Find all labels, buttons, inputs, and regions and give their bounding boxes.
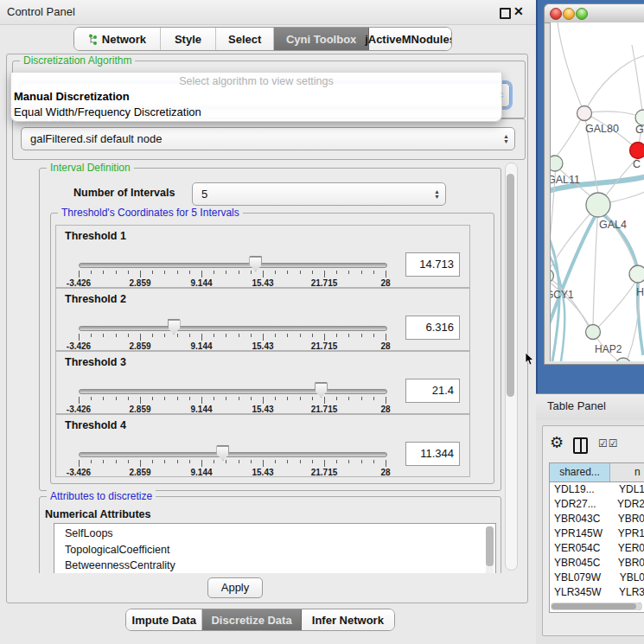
threshold-value-field[interactable]: 11.344 [405, 442, 460, 466]
tick-label: 15.43 [252, 278, 273, 288]
scrollbar-thumb[interactable] [507, 174, 514, 397]
slider-ticks [79, 271, 386, 278]
slider-handle[interactable] [315, 382, 328, 398]
node-label: GCY1 [551, 289, 574, 301]
interval-definition-title: Interval Definition [47, 162, 134, 175]
column-layout-icon[interactable] [573, 437, 588, 454]
tab-label: Impute Data [132, 614, 196, 627]
minimize-traffic-light-icon[interactable] [563, 8, 575, 20]
slider-ticks [79, 397, 386, 405]
tick-label: 2.859 [129, 405, 150, 414]
table-cell: YBL0 [613, 571, 644, 585]
column-header-name[interactable]: n [610, 463, 644, 481]
tab-network[interactable]: Network [74, 28, 161, 50]
table-row[interactable]: YBL079WYBL0 [550, 571, 644, 585]
combo-stepper-icon: ▲▼ [434, 183, 440, 205]
table-row[interactable]: YDL19...YDL1 [550, 482, 644, 497]
apply-button[interactable]: Apply [207, 577, 263, 598]
column-header-shared[interactable]: shared... [550, 463, 610, 481]
table-row[interactable]: YER054CYER0 [550, 541, 644, 556]
table-row[interactable]: YBR045CYBR0 [550, 556, 644, 571]
table-row[interactable]: YBR043CYBR0 [550, 512, 644, 526]
slider-handle[interactable] [249, 256, 262, 271]
tick-label: 9.144 [190, 278, 212, 288]
threshold-panel: Threshold 4-3.4262.8599.14415.4321.71528… [55, 414, 470, 477]
tab-select[interactable]: Select [216, 28, 274, 50]
table-horizontal-scrollbar[interactable] [551, 603, 642, 610]
slider-handle[interactable] [168, 319, 181, 335]
attribute-list-item[interactable]: TopologicalCoefficient [54, 542, 495, 558]
tick-label: 9.144 [190, 405, 212, 414]
tab-cyni-toolbox[interactable]: Cyni Toolbox [274, 28, 369, 50]
threshold-panel: Threshold 2-3.4262.8599.14415.4321.71528… [55, 288, 470, 351]
close-icon[interactable]: ✕ [513, 4, 524, 18]
network-window-titlebar[interactable] [545, 4, 644, 23]
threshold-value-field[interactable]: 6.316 [405, 316, 460, 340]
cyni-mode-tabs: Impute DataDiscretize DataInfer Network [125, 609, 395, 631]
threshold-slider-track[interactable] [79, 326, 387, 331]
table-row[interactable]: YDR27...YDR2 [550, 497, 644, 512]
checked-boxes-icon[interactable]: ☑☑ [598, 437, 619, 450]
slider-ticks [79, 460, 386, 468]
threshold-value-field[interactable]: 21.4 [405, 379, 460, 403]
tick-label: 21.715 [311, 278, 338, 288]
tick-label: 2.859 [129, 341, 150, 351]
network-node[interactable] [551, 156, 563, 171]
tab-jactivemnodules[interactable]: jActiveMNodules [369, 28, 451, 50]
settings-scrollbar[interactable] [505, 163, 518, 571]
tick-label: 28 [380, 468, 390, 477]
network-node[interactable] [615, 358, 631, 361]
attributes-listbox[interactable]: SelfLoopsTopologicalCoefficientBetweenne… [54, 523, 496, 573]
tick-label: 9.144 [190, 468, 212, 477]
network-canvas[interactable]: GAL80GACGAL11GAL4GCY1HHAP2 [550, 22, 644, 361]
threshold-slider-track[interactable] [79, 389, 387, 394]
threshold-value-field[interactable]: 14.713 [405, 252, 460, 277]
popup-hint: Select algorithm to view settings [11, 73, 501, 89]
close-traffic-light-icon[interactable] [550, 8, 562, 20]
threshold-slider-track[interactable] [79, 452, 387, 457]
tab-label: Network [102, 33, 146, 46]
table-row[interactable]: YLR345WYLR3 [550, 585, 644, 600]
tab-infer-network[interactable]: Infer Network [302, 609, 394, 630]
attribute-list-item[interactable]: BetweennessCentrality [54, 558, 495, 573]
threshold-panel: Threshold 1-3.4262.8599.14415.4321.71528… [55, 225, 470, 288]
thresholds-group-title: Threshold's Coordinates for 5 Intervals [58, 207, 243, 220]
tick-label: 2.859 [129, 468, 150, 477]
table-data-combobox[interactable]: galFiltered.sif default node ▲▼ [21, 127, 515, 150]
network-node[interactable] [586, 325, 601, 340]
node-attribute-table[interactable]: shared... n YDL19...YDL1YDR27...YDR2YBR0… [549, 462, 644, 613]
table-data-value: galFiltered.sif default node [30, 128, 162, 150]
gear-icon[interactable]: ⚙ [550, 433, 564, 452]
network-node[interactable] [551, 270, 554, 283]
tick-label: 15.43 [252, 341, 273, 351]
network-node[interactable] [577, 106, 592, 121]
table-cell: YER0 [611, 541, 644, 556]
tab-style[interactable]: Style [161, 28, 216, 50]
node-label: H [636, 286, 644, 298]
algorithm-option[interactable]: Manual Discretization [11, 89, 501, 105]
network-node[interactable] [586, 193, 610, 217]
network-node[interactable] [629, 265, 644, 283]
algorithm-option[interactable]: Equal Width/Frequency Discretization [11, 105, 501, 120]
tick-label: 2.859 [129, 278, 150, 288]
tab-discretize-data[interactable]: Discretize Data [202, 609, 301, 630]
tick-label: 15.43 [252, 405, 273, 414]
number-of-intervals-label: Number of Intervals [73, 187, 175, 199]
list-scrollbar[interactable] [486, 526, 494, 573]
algorithm-group-title: Discretization Algorithm [20, 54, 135, 67]
float-window-icon[interactable] [500, 8, 511, 19]
tab-label: Style [175, 33, 201, 46]
tick-label: 28 [380, 278, 390, 288]
number-of-intervals-combobox[interactable]: 5 ▲▼ [192, 182, 446, 206]
tick-label: 28 [380, 405, 390, 414]
network-node[interactable] [630, 143, 644, 159]
control-panel-tabs: NetworkStyleSelectCyni ToolboxjActiveMNo… [73, 27, 452, 51]
attribute-list-item[interactable]: SelfLoops [54, 524, 495, 542]
tick-label: 28 [380, 341, 390, 351]
zoom-traffic-light-icon[interactable] [576, 8, 588, 20]
tab-impute-data[interactable]: Impute Data [126, 609, 202, 630]
table-row[interactable]: YPR145WYPR1 [550, 526, 644, 541]
threshold-slider-track[interactable] [79, 263, 387, 268]
slider-handle[interactable] [216, 445, 229, 461]
table-cell: YDR2 [610, 497, 644, 512]
